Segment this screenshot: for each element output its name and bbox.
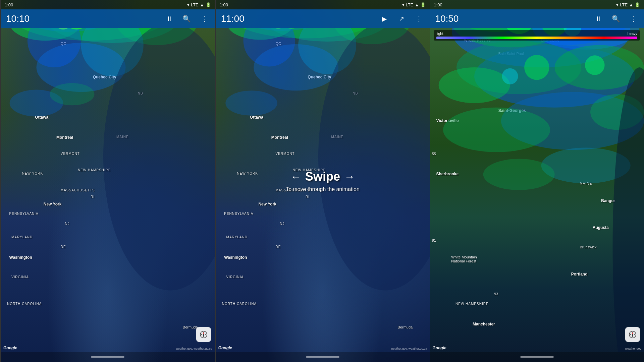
swipe-label: Swipe: [305, 170, 340, 184]
status-time-2: 1:00: [220, 2, 228, 7]
compass-icon-1: [200, 330, 208, 339]
compass-button-1[interactable]: [196, 327, 211, 342]
pause-button-1[interactable]: ⏸: [164, 13, 175, 24]
lte-label-2: LTE: [406, 2, 414, 7]
battery-icon-1: 🔋: [206, 2, 211, 7]
compass-button-3[interactable]: [625, 327, 640, 342]
svg-marker-74: [632, 335, 633, 337]
status-icons-1: ▾ LTE ▲ 🔋: [187, 2, 211, 7]
map-background-3: [430, 0, 644, 362]
legend-heavy: heavy: [628, 32, 637, 36]
attribution-1: weather.gov, weather.gc.ca: [176, 347, 212, 350]
app-bar-controls-1[interactable]: ⏸ 🔍 ⋮: [164, 13, 210, 24]
pause-button-3[interactable]: ⏸: [593, 13, 604, 24]
status-bar-3: 1:00 ▾ LTE ▲ 🔋: [430, 0, 644, 9]
google-logo-2: Google: [218, 346, 232, 350]
more-button-1[interactable]: ⋮: [199, 13, 210, 24]
legend-gradient-3: [436, 37, 637, 39]
swipe-subtitle: To move through the animation: [286, 186, 360, 192]
play-button-2[interactable]: ▶: [379, 13, 389, 24]
compass-icon-3: [629, 330, 637, 339]
lte-label-3: LTE: [620, 2, 628, 7]
swipe-overlay: ← Swipe → To move through the animation: [286, 170, 360, 192]
status-time-3: 1:00: [434, 2, 442, 7]
home-indicator-1: [91, 356, 124, 358]
arrow-left-icon: ←: [290, 171, 301, 183]
svg-marker-24: [203, 332, 204, 334]
signal-icon-3: ▲: [629, 2, 633, 7]
wifi-icon-1: ▾: [187, 2, 190, 7]
radar-time-3: 10:50: [435, 13, 593, 24]
more-button-3[interactable]: ⋮: [628, 13, 639, 24]
status-bar-2: 1:00 ▾ LTE ▲ 🔋: [216, 0, 430, 9]
search-button-1[interactable]: 🔍: [181, 13, 192, 24]
battery-icon-2: 🔋: [420, 2, 426, 7]
swipe-text: ← Swipe →: [286, 170, 360, 184]
app-bar-controls-2[interactable]: ▶ ↗ ⋮: [379, 13, 424, 24]
panel-2: 1:00 ▾ LTE ▲ 🔋 11:00 ▶ ↗ ⋮ QC Quebec Cit…: [216, 0, 430, 362]
home-indicator-3: [520, 356, 554, 358]
wifi-icon-2: ▾: [402, 2, 405, 7]
svg-marker-73: [632, 332, 633, 334]
google-logo-3: Google: [432, 346, 446, 350]
wifi-icon-3: ▾: [616, 2, 619, 7]
legend-labels-3: light heavy: [436, 32, 637, 36]
home-indicator-2: [306, 356, 339, 358]
signal-icon-2: ▲: [415, 2, 419, 7]
status-icons-3: ▾ LTE ▲ 🔋: [616, 2, 640, 7]
arrow-right-icon: →: [344, 171, 355, 183]
radar-time-1: 10:10: [6, 13, 164, 24]
bottom-bar-2: [216, 352, 430, 362]
svg-marker-25: [203, 335, 204, 337]
lte-label-1: LTE: [191, 2, 199, 7]
panel-1: 1:00 ▾ LTE ▲ 🔋 10:10 ⏸ 🔍 ⋮ QC Quebec Cit…: [0, 0, 216, 362]
status-time-1: 1:00: [5, 2, 13, 7]
svg-point-19: [203, 334, 204, 335]
app-bar-3: 10:50 ⏸ 🔍 ⋮: [430, 9, 644, 28]
google-logo-1: Google: [3, 346, 17, 350]
bottom-bar-1: [1, 352, 215, 362]
attribution-3: weather.gov: [625, 347, 641, 350]
signal-icon-1: ▲: [200, 2, 204, 7]
status-icons-2: ▾ LTE ▲ 🔋: [402, 2, 426, 7]
attribution-2: weather.gov, weather.gc.ca: [391, 347, 427, 350]
battery-icon-3: 🔋: [635, 2, 640, 7]
legend-light: light: [436, 32, 443, 36]
search-button-3[interactable]: 🔍: [610, 13, 621, 24]
app-bar-2: 11:00 ▶ ↗ ⋮: [216, 9, 430, 28]
share-button-2[interactable]: ↗: [396, 13, 407, 24]
status-bar-1: 1:00 ▾ LTE ▲ 🔋: [1, 0, 215, 9]
app-bar-controls-3[interactable]: ⏸ 🔍 ⋮: [593, 13, 639, 24]
svg-point-68: [632, 334, 633, 335]
map-background-1: [1, 0, 215, 362]
legend-bar-3: light heavy: [434, 30, 640, 41]
panel-3: 1:00 ▾ LTE ▲ 🔋 10:50 ⏸ 🔍 ⋮ light heavy W…: [430, 0, 644, 362]
more-button-2[interactable]: ⋮: [414, 13, 424, 24]
bottom-bar-3: [430, 352, 644, 362]
app-bar-1: 10:10 ⏸ 🔍 ⋮: [1, 9, 215, 28]
radar-time-2: 11:00: [221, 13, 379, 24]
